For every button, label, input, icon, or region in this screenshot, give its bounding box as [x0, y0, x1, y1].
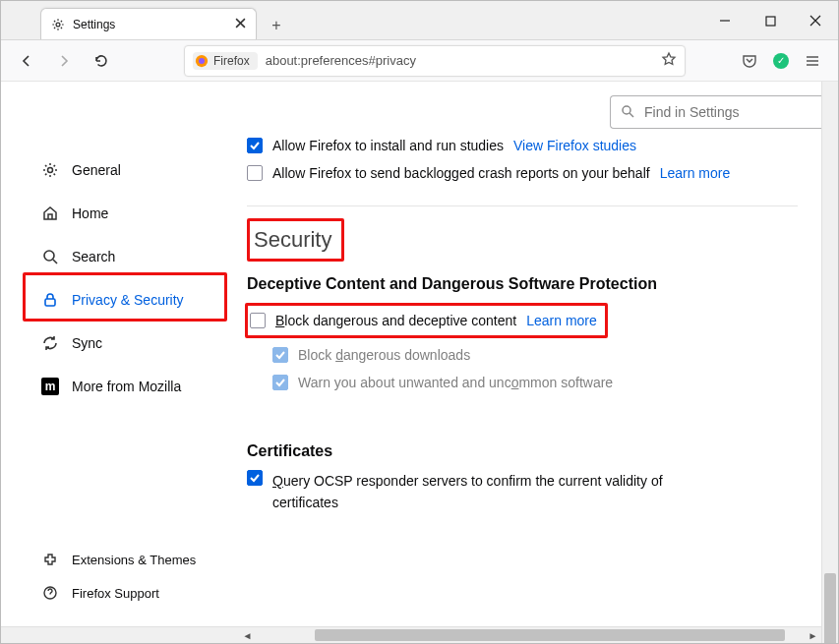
toolbar: Firefox about:preferences#privacy ✓: [1, 40, 838, 82]
option-label: Allow Firefox to send backlogged crash r…: [272, 162, 650, 184]
checkbox-unchecked-icon[interactable]: [247, 165, 263, 181]
sidebar-item-label: Firefox Support: [72, 586, 159, 601]
sidebar-item-general[interactable]: General: [30, 150, 227, 190]
minimize-button[interactable]: [702, 1, 748, 40]
vertical-scrollbar[interactable]: [821, 82, 838, 643]
puzzle-icon: [40, 552, 60, 567]
close-icon[interactable]: [235, 17, 246, 31]
sidebar-item-privacy[interactable]: Privacy & Security: [30, 280, 227, 320]
section-heading-security: Security: [250, 221, 341, 259]
settings-sidebar: General Home Search Privacy & Security: [1, 129, 237, 626]
sidebar-item-more-mozilla[interactable]: m More from Mozilla: [30, 367, 227, 406]
option-label: Block dangerous downloads: [298, 344, 470, 366]
titlebar: Settings +: [1, 1, 838, 40]
url-bar[interactable]: Firefox about:preferences#privacy: [184, 45, 686, 77]
mozilla-icon: m: [40, 378, 60, 395]
reload-button[interactable]: [88, 47, 115, 75]
option-ocsp[interactable]: Query OCSP responder servers to confirm …: [247, 470, 670, 513]
back-button[interactable]: [13, 47, 40, 75]
sidebar-item-label: Privacy & Security: [72, 292, 184, 308]
sidebar-item-label: Sync: [72, 335, 102, 351]
svg-rect-2: [766, 17, 775, 26]
help-icon: [40, 585, 60, 601]
gear-icon: [51, 18, 65, 31]
url-text: about:preferences#privacy: [266, 53, 653, 68]
lock-icon: [40, 291, 60, 309]
view-studies-link[interactable]: View Firefox studies: [513, 135, 636, 156]
sidebar-item-label: More from Mozilla: [72, 379, 181, 394]
checkbox-disabled-checked-icon: [272, 375, 288, 390]
maximize-button[interactable]: [748, 1, 793, 40]
scroll-thumb[interactable]: [824, 573, 836, 643]
option-allow-studies[interactable]: Allow Firefox to install and run studies…: [247, 135, 821, 156]
browser-tab[interactable]: Settings: [40, 8, 257, 39]
settings-search[interactable]: [610, 95, 821, 129]
site-identity[interactable]: Firefox: [193, 52, 258, 70]
svg-point-0: [56, 23, 60, 27]
pocket-icon[interactable]: [736, 47, 763, 75]
gear-icon: [40, 161, 60, 179]
search-input[interactable]: [642, 103, 818, 121]
svg-rect-8: [45, 299, 55, 306]
sidebar-item-label: Home: [72, 205, 108, 221]
option-label: Query OCSP responder servers to confirm …: [272, 470, 670, 513]
option-warn-uncommon: Warn you about unwanted and uncommon sof…: [272, 372, 821, 393]
settings-page: General Home Search Privacy & Security: [1, 82, 821, 643]
close-window-button[interactable]: [793, 1, 838, 40]
option-label: Allow Firefox to install and run studies: [272, 135, 504, 156]
sidebar-item-sync[interactable]: Sync: [30, 323, 227, 363]
home-icon: [40, 205, 60, 222]
checkbox-checked-icon[interactable]: [247, 470, 263, 486]
learn-more-link[interactable]: Learn more: [660, 162, 731, 184]
sidebar-item-label: Search: [72, 249, 115, 264]
search-icon: [621, 104, 634, 121]
horizontal-scrollbar[interactable]: ◄ ►: [1, 626, 821, 643]
sidebar-item-label: General: [72, 162, 121, 178]
identity-label: Firefox: [213, 54, 250, 68]
option-label: Warn you about unwanted and uncommon sof…: [298, 372, 613, 393]
sidebar-item-label: Extensions & Themes: [72, 553, 196, 567]
forward-button[interactable]: [50, 47, 78, 75]
sync-icon: [40, 334, 60, 352]
svg-point-5: [623, 106, 630, 114]
highlight-box: Security: [247, 218, 344, 262]
divider: [247, 205, 798, 206]
sidebar-extensions-link[interactable]: Extensions & Themes: [30, 544, 227, 575]
scroll-left-button[interactable]: ◄: [239, 627, 256, 643]
bookmark-star-icon[interactable]: [661, 51, 677, 70]
settings-main: Allow Firefox to install and run studies…: [237, 129, 821, 626]
content-area: General Home Search Privacy & Security: [1, 82, 838, 643]
subsection-deceptive-content: Deceptive Content and Dangerous Software…: [247, 275, 821, 293]
svg-point-6: [48, 168, 53, 173]
svg-point-4: [199, 57, 205, 63]
subsection-certificates: Certificates: [247, 442, 821, 460]
option-crash-reports[interactable]: Allow Firefox to send backlogged crash r…: [247, 162, 821, 184]
search-icon: [40, 248, 60, 265]
checkbox-unchecked-icon[interactable]: [250, 313, 266, 328]
window-controls: [702, 1, 838, 40]
firefox-window: Settings + Firefox about:preferences#pri…: [0, 0, 839, 644]
tab-title: Settings: [73, 18, 227, 31]
scroll-thumb[interactable]: [315, 629, 785, 641]
option-block-deceptive[interactable]: Block dangerous and deceptive content Le…: [250, 310, 597, 331]
highlight-box: Block dangerous and deceptive content Le…: [245, 303, 608, 338]
sidebar-support-link[interactable]: Firefox Support: [30, 577, 227, 609]
scroll-right-button[interactable]: ►: [805, 627, 821, 643]
learn-more-link[interactable]: Learn more: [526, 310, 597, 331]
checkbox-checked-icon[interactable]: [247, 138, 263, 153]
new-tab-button[interactable]: +: [263, 12, 290, 39]
option-block-downloads: Block dangerous downloads: [272, 344, 821, 366]
svg-point-7: [44, 251, 54, 261]
checkbox-disabled-checked-icon: [272, 347, 288, 363]
extension-badge-icon[interactable]: ✓: [773, 53, 789, 69]
option-label: Block dangerous and deceptive content: [275, 310, 516, 331]
sidebar-item-home[interactable]: Home: [30, 194, 227, 233]
sidebar-item-search[interactable]: Search: [30, 237, 227, 276]
app-menu-button[interactable]: [799, 47, 826, 75]
